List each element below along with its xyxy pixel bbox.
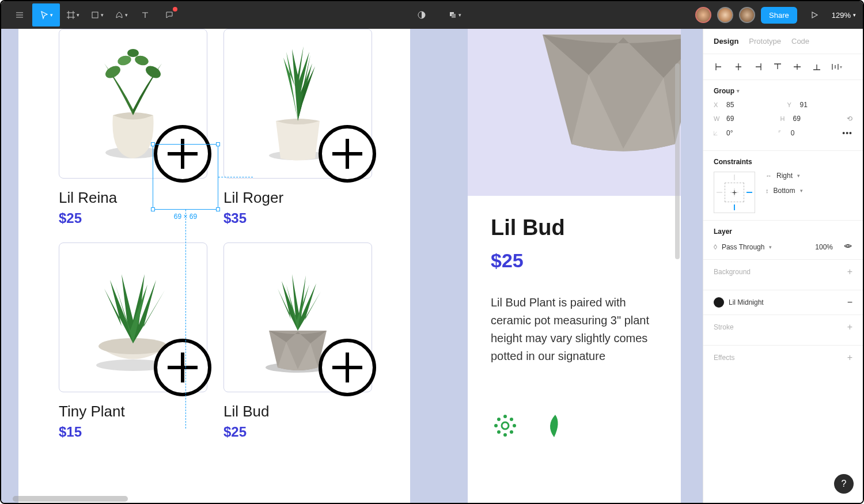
svg-point-26 (494, 424, 498, 427)
svg-point-47 (847, 245, 849, 247)
scrollbar[interactable] (675, 63, 680, 259)
link-icon[interactable]: ⟲ (847, 115, 852, 123)
y-input[interactable]: 91 (800, 101, 808, 109)
blend-icon: ◊ (714, 243, 717, 251)
pen-tool[interactable]: ▾ (109, 3, 132, 26)
detail-title: Lil Bud (491, 215, 658, 240)
rotation-input[interactable]: 0° (726, 129, 733, 137)
h-input[interactable]: 69 (793, 115, 801, 123)
alignment-guide (218, 177, 253, 177)
svg-point-27 (513, 424, 516, 427)
avatar[interactable] (717, 7, 733, 23)
tab-prototype[interactable]: Prototype (749, 37, 781, 46)
svg-point-24 (503, 415, 507, 418)
chevron-down-icon: ▾ (77, 12, 79, 18)
svg-rect-7 (92, 12, 98, 18)
add-background-button[interactable]: + (847, 267, 852, 277)
thumbnail-icon (543, 411, 571, 440)
radius-input[interactable]: 0 (791, 129, 795, 137)
add-button[interactable] (319, 339, 376, 396)
help-button[interactable]: ? (834, 474, 854, 494)
avatar[interactable] (739, 7, 755, 23)
align-top-icon[interactable] (770, 61, 785, 73)
chevron-down-icon: ▾ (101, 12, 104, 18)
color-swatch[interactable] (714, 297, 724, 308)
opacity-input[interactable]: 100% (815, 243, 833, 251)
chevron-down-icon: ▾ (797, 173, 800, 179)
eye-icon[interactable] (843, 241, 852, 252)
arrow-v-icon: ↕ (766, 187, 769, 194)
notification-dot (173, 7, 177, 12)
constraint-v-dropdown[interactable]: ↕Bottom ▾ (766, 187, 803, 195)
background-heading: Background (714, 268, 751, 276)
frame-tool[interactable]: ▾ (61, 3, 84, 26)
align-bottom-icon[interactable] (809, 61, 824, 73)
add-stroke-button[interactable]: + (847, 322, 852, 332)
product-image (223, 242, 372, 392)
add-button[interactable] (154, 339, 211, 396)
align-left-icon[interactable] (711, 61, 726, 73)
avatar[interactable] (695, 7, 711, 23)
constraint-widget[interactable]: + (714, 172, 755, 213)
tab-code[interactable]: Code (791, 37, 809, 46)
tab-design[interactable]: Design (714, 37, 738, 46)
arrow-h-icon: ↔ (766, 172, 772, 179)
scrollbar[interactable] (13, 496, 128, 502)
align-right-icon[interactable] (751, 61, 766, 73)
zoom-level[interactable]: 129% ▾ (832, 11, 856, 20)
chevron-down-icon: ▾ (125, 12, 128, 18)
radius-icon: ⌜ (778, 130, 786, 137)
svg-point-23 (502, 422, 509, 429)
hero-image (468, 29, 681, 196)
distribute-icon[interactable]: ▾ (829, 61, 844, 73)
present-icon[interactable] (803, 3, 826, 26)
x-label: X (714, 101, 722, 108)
remove-fill-button[interactable]: − (847, 297, 852, 308)
align-center-h-icon[interactable] (731, 61, 746, 73)
product-card: Lil Bud $25 (223, 242, 372, 440)
artboard-detail: Lil Bud $25 Lil Bud Plant is paired with… (468, 29, 681, 503)
detail-price: $25 (491, 249, 658, 272)
thumbnail-icon (491, 411, 520, 440)
constraints-heading: Constraints (714, 158, 852, 166)
effects-heading: Effects (714, 354, 734, 362)
constraint-h-dropdown[interactable]: ↔Right ▾ (766, 172, 803, 180)
canvas[interactable]: Lil Reina $25 (1, 29, 703, 503)
text-tool[interactable] (134, 3, 157, 26)
group-dropdown[interactable]: Group ▾ (714, 87, 852, 95)
chevron-down-icon: ▾ (50, 12, 53, 18)
properties-panel: Design Prototype Code ▾ Group ▾ X85 Y91 (703, 29, 863, 503)
chevron-down-icon: ▾ (853, 12, 856, 18)
y-label: Y (787, 101, 795, 108)
fill-style-name[interactable]: Lil Midnight (729, 298, 764, 306)
resize-cursor-icon: ↕ (154, 140, 158, 149)
resize-handle[interactable] (216, 142, 220, 146)
w-input[interactable]: 69 (726, 115, 734, 123)
product-card: Lil Roger $35 (223, 29, 372, 226)
plant-illustration (508, 29, 681, 169)
svg-rect-12 (452, 14, 456, 18)
selection-box[interactable]: 69 × 69 (153, 144, 218, 210)
move-tool[interactable]: ▾ (32, 3, 60, 26)
contrast-icon[interactable] (410, 3, 433, 26)
share-button[interactable]: Share (761, 7, 797, 24)
product-name: Lil Roger (223, 189, 372, 207)
toolbar: ▾ ▾ ▾ ▾ (1, 1, 863, 29)
product-image (223, 29, 372, 179)
product-name: Lil Bud (223, 403, 372, 420)
chevron-down-icon: ▾ (737, 88, 740, 94)
shape-tool[interactable]: ▾ (85, 3, 108, 26)
resize-handle[interactable] (151, 207, 155, 211)
angle-icon: ⟀ (714, 130, 722, 137)
menu-icon[interactable] (8, 3, 31, 26)
comment-tool[interactable] (158, 3, 181, 26)
alignment-guide (185, 210, 186, 429)
component-icon[interactable]: ▾ (444, 3, 467, 26)
add-button[interactable] (319, 125, 376, 183)
align-center-v-icon[interactable] (790, 61, 805, 73)
resize-handle[interactable] (216, 207, 220, 211)
blend-mode-dropdown[interactable]: Pass Through (722, 243, 765, 251)
more-icon[interactable]: ••• (842, 128, 852, 138)
add-effect-button[interactable]: + (847, 353, 852, 363)
x-input[interactable]: 85 (726, 101, 734, 109)
